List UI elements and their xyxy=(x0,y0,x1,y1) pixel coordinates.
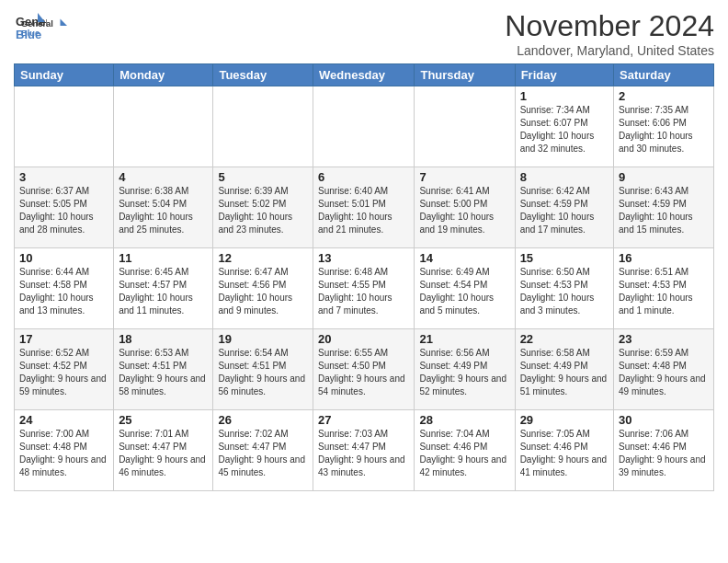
day-number: 17 xyxy=(19,332,108,346)
calendar-cell: 6Sunrise: 6:40 AM Sunset: 5:01 PM Daylig… xyxy=(313,167,415,248)
day-info: Sunrise: 6:51 AM Sunset: 4:53 PM Dayligh… xyxy=(619,266,709,317)
day-number: 3 xyxy=(19,170,108,184)
day-info: Sunrise: 6:45 AM Sunset: 4:57 PM Dayligh… xyxy=(119,266,208,317)
header-friday: Friday xyxy=(515,64,613,86)
day-number: 15 xyxy=(520,251,609,265)
calendar-cell: 22Sunrise: 6:58 AM Sunset: 4:49 PM Dayli… xyxy=(515,329,613,410)
day-info: Sunrise: 6:50 AM Sunset: 4:53 PM Dayligh… xyxy=(520,266,609,317)
calendar-cell xyxy=(313,86,415,167)
logo: General Blue General Blue xyxy=(14,9,67,50)
day-info: Sunrise: 6:55 AM Sunset: 4:50 PM Dayligh… xyxy=(318,347,409,398)
calendar-cell: 17Sunrise: 6:52 AM Sunset: 4:52 PM Dayli… xyxy=(15,329,114,410)
day-number: 9 xyxy=(619,170,709,184)
day-info: Sunrise: 6:40 AM Sunset: 5:01 PM Dayligh… xyxy=(318,185,409,236)
calendar-cell: 29Sunrise: 7:05 AM Sunset: 4:46 PM Dayli… xyxy=(515,410,613,491)
day-info: Sunrise: 7:05 AM Sunset: 4:46 PM Dayligh… xyxy=(520,428,609,479)
day-number: 20 xyxy=(318,332,409,346)
day-number: 8 xyxy=(520,170,609,184)
day-number: 24 xyxy=(19,413,108,427)
calendar-cell: 9Sunrise: 6:43 AM Sunset: 4:59 PM Daylig… xyxy=(614,167,714,248)
day-info: Sunrise: 6:42 AM Sunset: 4:59 PM Dayligh… xyxy=(520,185,609,236)
day-info: Sunrise: 6:53 AM Sunset: 4:51 PM Dayligh… xyxy=(119,347,208,398)
calendar-cell: 15Sunrise: 6:50 AM Sunset: 4:53 PM Dayli… xyxy=(515,248,613,329)
day-info: Sunrise: 6:54 AM Sunset: 4:51 PM Dayligh… xyxy=(218,347,308,398)
calendar-cell: 1Sunrise: 7:34 AM Sunset: 6:07 PM Daylig… xyxy=(515,86,613,167)
svg-text:Blue: Blue xyxy=(21,29,40,38)
calendar-cell: 26Sunrise: 7:02 AM Sunset: 4:47 PM Dayli… xyxy=(213,410,313,491)
calendar-cell: 12Sunrise: 6:47 AM Sunset: 4:56 PM Dayli… xyxy=(213,248,313,329)
page: General Blue General Blue November 2024 … xyxy=(0,0,728,500)
calendar-cell xyxy=(114,86,213,167)
day-info: Sunrise: 6:59 AM Sunset: 4:48 PM Dayligh… xyxy=(619,347,709,398)
day-number: 26 xyxy=(218,413,308,427)
calendar-cell xyxy=(415,86,515,167)
day-number: 4 xyxy=(119,170,208,184)
day-info: Sunrise: 6:39 AM Sunset: 5:02 PM Dayligh… xyxy=(218,185,308,236)
calendar-cell: 3Sunrise: 6:37 AM Sunset: 5:05 PM Daylig… xyxy=(15,167,114,248)
day-number: 19 xyxy=(218,332,308,346)
header-tuesday: Tuesday xyxy=(213,64,313,86)
day-info: Sunrise: 6:47 AM Sunset: 4:56 PM Dayligh… xyxy=(218,266,308,317)
calendar-cell: 24Sunrise: 7:00 AM Sunset: 4:48 PM Dayli… xyxy=(15,410,114,491)
calendar-cell: 23Sunrise: 6:59 AM Sunset: 4:48 PM Dayli… xyxy=(614,329,714,410)
day-info: Sunrise: 6:44 AM Sunset: 4:58 PM Dayligh… xyxy=(19,266,108,317)
calendar-cell: 18Sunrise: 6:53 AM Sunset: 4:51 PM Dayli… xyxy=(114,329,213,410)
calendar-week-row: 10Sunrise: 6:44 AM Sunset: 4:58 PM Dayli… xyxy=(15,248,714,329)
calendar-cell: 4Sunrise: 6:38 AM Sunset: 5:04 PM Daylig… xyxy=(114,167,213,248)
calendar-cell: 11Sunrise: 6:45 AM Sunset: 4:57 PM Dayli… xyxy=(114,248,213,329)
calendar-cell: 27Sunrise: 7:03 AM Sunset: 4:47 PM Dayli… xyxy=(313,410,415,491)
calendar-cell: 19Sunrise: 6:54 AM Sunset: 4:51 PM Dayli… xyxy=(213,329,313,410)
header-wednesday: Wednesday xyxy=(313,64,415,86)
calendar-cell: 16Sunrise: 6:51 AM Sunset: 4:53 PM Dayli… xyxy=(614,248,714,329)
header-thursday: Thursday xyxy=(415,64,515,86)
calendar-cell: 25Sunrise: 7:01 AM Sunset: 4:47 PM Dayli… xyxy=(114,410,213,491)
calendar-cell xyxy=(15,86,114,167)
location: Landover, Maryland, United States xyxy=(505,43,714,58)
day-number: 12 xyxy=(218,251,308,265)
calendar-cell: 13Sunrise: 6:48 AM Sunset: 4:55 PM Dayli… xyxy=(313,248,415,329)
calendar-cell: 10Sunrise: 6:44 AM Sunset: 4:58 PM Dayli… xyxy=(15,248,114,329)
day-number: 25 xyxy=(119,413,208,427)
day-number: 1 xyxy=(520,89,609,103)
calendar-cell: 30Sunrise: 7:06 AM Sunset: 4:46 PM Dayli… xyxy=(614,410,714,491)
calendar-table: Sunday Monday Tuesday Wednesday Thursday… xyxy=(14,63,714,491)
title-block: November 2024 Landover, Maryland, United… xyxy=(505,9,714,58)
header: General Blue General Blue November 2024 … xyxy=(14,9,714,58)
day-number: 21 xyxy=(419,332,509,346)
day-info: Sunrise: 6:41 AM Sunset: 5:00 PM Dayligh… xyxy=(419,185,509,236)
day-number: 7 xyxy=(419,170,509,184)
day-number: 5 xyxy=(218,170,308,184)
calendar-cell: 5Sunrise: 6:39 AM Sunset: 5:02 PM Daylig… xyxy=(213,167,313,248)
calendar-cell: 14Sunrise: 6:49 AM Sunset: 4:54 PM Dayli… xyxy=(415,248,515,329)
day-number: 18 xyxy=(119,332,208,346)
day-info: Sunrise: 6:37 AM Sunset: 5:05 PM Dayligh… xyxy=(19,185,108,236)
calendar-week-row: 24Sunrise: 7:00 AM Sunset: 4:48 PM Dayli… xyxy=(15,410,714,491)
day-info: Sunrise: 6:56 AM Sunset: 4:49 PM Dayligh… xyxy=(419,347,509,398)
day-info: Sunrise: 6:48 AM Sunset: 4:55 PM Dayligh… xyxy=(318,266,409,317)
day-number: 30 xyxy=(619,413,709,427)
day-info: Sunrise: 7:02 AM Sunset: 4:47 PM Dayligh… xyxy=(218,428,308,479)
day-number: 2 xyxy=(619,89,709,103)
day-number: 10 xyxy=(19,251,108,265)
header-monday: Monday xyxy=(114,64,213,86)
header-sunday: Sunday xyxy=(15,64,114,86)
calendar-cell: 20Sunrise: 6:55 AM Sunset: 4:50 PM Dayli… xyxy=(313,329,415,410)
day-number: 28 xyxy=(419,413,509,427)
day-info: Sunrise: 7:35 AM Sunset: 6:06 PM Dayligh… xyxy=(619,104,709,155)
month-title: November 2024 xyxy=(505,9,714,43)
calendar-week-row: 3Sunrise: 6:37 AM Sunset: 5:05 PM Daylig… xyxy=(15,167,714,248)
day-info: Sunrise: 7:03 AM Sunset: 4:47 PM Dayligh… xyxy=(318,428,409,479)
day-number: 29 xyxy=(520,413,609,427)
calendar-cell: 8Sunrise: 6:42 AM Sunset: 4:59 PM Daylig… xyxy=(515,167,613,248)
day-info: Sunrise: 7:34 AM Sunset: 6:07 PM Dayligh… xyxy=(520,104,609,155)
day-info: Sunrise: 7:01 AM Sunset: 4:47 PM Dayligh… xyxy=(119,428,208,479)
header-saturday: Saturday xyxy=(614,64,714,86)
svg-text:General: General xyxy=(21,19,53,29)
day-info: Sunrise: 7:00 AM Sunset: 4:48 PM Dayligh… xyxy=(19,428,108,479)
day-number: 23 xyxy=(619,332,709,346)
day-info: Sunrise: 7:06 AM Sunset: 4:46 PM Dayligh… xyxy=(619,428,709,479)
day-info: Sunrise: 6:49 AM Sunset: 4:54 PM Dayligh… xyxy=(419,266,509,317)
calendar-week-row: 17Sunrise: 6:52 AM Sunset: 4:52 PM Dayli… xyxy=(15,329,714,410)
calendar-cell: 2Sunrise: 7:35 AM Sunset: 6:06 PM Daylig… xyxy=(614,86,714,167)
day-number: 22 xyxy=(520,332,609,346)
